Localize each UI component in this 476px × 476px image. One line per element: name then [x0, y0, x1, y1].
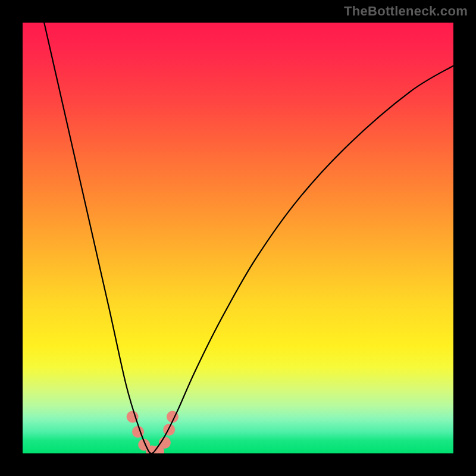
bottleneck-curve	[44, 23, 453, 453]
plot-area	[23, 23, 453, 453]
credit-text: TheBottleneck.com	[344, 4, 468, 19]
marker-group	[127, 411, 178, 453]
chart-frame: TheBottleneck.com	[0, 0, 476, 476]
curve-marker	[163, 424, 175, 436]
chart-svg	[23, 23, 453, 453]
